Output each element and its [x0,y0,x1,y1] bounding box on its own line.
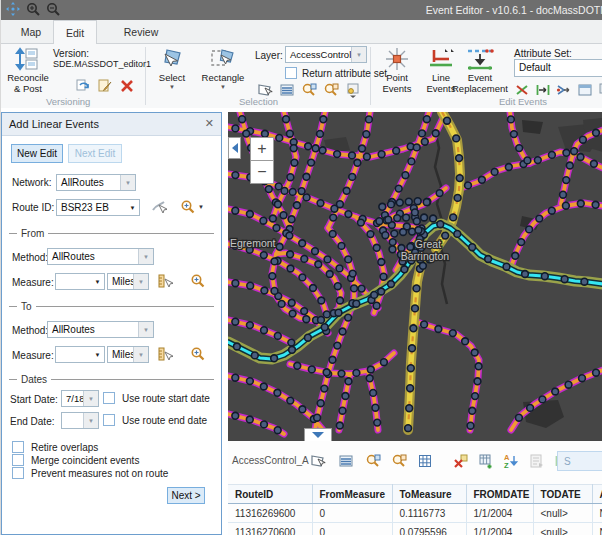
use-route-start-date-checkbox[interactable] [103,392,115,404]
version-value: SDE.MASSDOT_editor1 [53,59,151,69]
start-date-label: Start Date: [10,394,58,405]
table-row[interactable]: 1131627060000.07955961/1/2004<null>No [228,523,602,535]
merge-coincident-events-label: Merge coincident events [31,455,139,466]
selection-options-icon[interactable] [345,82,361,98]
return-attribute-set-checkbox[interactable] [285,67,297,79]
zoom-to-selection-icon[interactable] [301,82,317,98]
use-route-end-date-checkbox[interactable] [103,414,115,426]
reconcile-post-icon [15,46,41,72]
next-edit-button[interactable]: Next Edit [68,144,122,163]
pan-to-selected-icon[interactable] [391,453,407,469]
to-measure-label: Measure: [12,350,54,361]
point-events-button[interactable]: Point Events [377,46,417,94]
tab-review[interactable]: Review [113,20,169,44]
event-editor-window: Event Editor - v10.6.1 - docMassDOTM Map… [0,0,602,535]
chevron-down-icon: ▼ [91,347,104,362]
zoom-in-icon[interactable] [26,2,40,16]
return-attribute-set-label: Return attribute set [302,68,387,79]
map-view[interactable]: Egremont Great Barrington + − [228,112,602,441]
pan-to-selection-icon[interactable] [323,82,339,98]
column-header[interactable]: FROMDATE [466,485,533,504]
select-icon [159,46,185,72]
table-cell: 0.1116773 [392,504,466,523]
pan-icon[interactable] [6,2,20,16]
select-by-shape-icon[interactable] [310,453,326,469]
to-method-dropdown[interactable]: AllRoutes ▼ [47,321,154,338]
attribute-table-panel: AccessControl_A [228,441,602,535]
select-button[interactable]: Select ▼ [151,46,193,91]
tab-map[interactable]: Map [9,20,53,44]
sort-icon[interactable]: A Z [503,453,519,469]
column-header[interactable]: ToMeasure [392,485,466,504]
from-unit-dropdown[interactable]: Miles ▼ [107,273,149,290]
zoom-to-measure-icon[interactable] [190,273,206,289]
show-window-icon[interactable] [577,82,593,98]
start-date-input[interactable]: 7/18/ ▼ [61,390,99,407]
attribute-table: RouteIDFromMeasureToMeasureFROMDATETODAT… [228,484,602,535]
merge-coincident-events-checkbox[interactable] [12,454,24,466]
zoom-to-selected-icon[interactable] [365,453,381,469]
end-date-input[interactable]: ▼ [61,412,99,429]
column-header[interactable]: AC [592,485,602,504]
collapse-panel-button[interactable] [228,137,241,159]
attribute-list-icon[interactable] [279,82,295,98]
close-icon[interactable]: ✕ [205,117,214,130]
chevron-down-icon: ▼ [169,84,175,91]
next-button[interactable]: Next > [167,487,205,504]
column-header[interactable]: FromMeasure [312,485,392,504]
table-cell: No [592,523,602,535]
clear-selection-icon[interactable] [453,453,469,469]
group-divider [145,47,146,105]
end-date-label: End Date: [10,416,54,427]
truncated-toolbar-button[interactable]: S [557,451,602,471]
pick-measure-on-map-icon[interactable] [157,346,173,362]
from-method-dropdown[interactable]: AllRoutes ▼ [47,248,154,265]
zoom-out-icon[interactable] [46,2,60,16]
event-replacement-button[interactable]: Event Replacement [449,46,511,94]
map-zoom-in-button[interactable]: + [250,137,274,161]
delete-version-icon[interactable] [119,78,135,94]
from-measure-combo[interactable]: ▼ [55,273,105,290]
dates-group-header: Dates [9,374,214,385]
chevron-down-icon: ▼ [138,322,153,337]
tab-edit[interactable]: Edit [53,20,97,45]
add-record-icon[interactable] [478,453,494,469]
table-properties-icon[interactable] [529,453,545,469]
barrington-label: Barrington [401,250,450,262]
table-cell: <null> [533,504,592,523]
branch-routes-icon[interactable] [556,82,572,98]
zoom-to-measure-icon[interactable] [190,346,206,362]
select-route-on-map-icon[interactable] [151,199,167,215]
column-header[interactable]: TODATE [533,485,592,504]
prevent-measures-checkbox[interactable] [12,467,24,479]
layer-label: Layer: [255,50,283,61]
to-unit-dropdown[interactable]: Miles ▼ [107,346,149,363]
layer-dropdown[interactable]: AccessControl_A ▼ [285,46,367,63]
column-header[interactable]: RouteID [228,485,312,504]
chevron-down-icon: ▼ [138,249,153,264]
to-measure-combo[interactable]: ▼ [55,346,105,363]
route-id-combo[interactable]: BSR23 EB ▼ [56,199,140,216]
refresh-version-icon[interactable] [75,78,91,94]
attribute-set-dropdown[interactable]: Default [514,59,602,77]
network-dropdown[interactable]: AllRoutes ▼ [56,174,136,191]
show-selected-records-icon[interactable] [338,453,354,469]
table-row[interactable]: 1131626960000.11167731/1/2004<null>No [228,504,602,523]
retire-overlaps-checkbox[interactable] [12,441,24,453]
reconcile-post-button[interactable]: Reconcile & Post [4,46,52,94]
pick-measure-on-map-icon[interactable] [157,273,173,289]
chevron-down-icon[interactable]: ▼ [198,204,204,210]
new-version-icon[interactable] [97,78,113,94]
table-cell: 11316269600 [228,504,312,523]
ribbon-tabs: Map Edit Review [1,20,602,44]
to-method-label: Method: [12,325,48,336]
from-measure-label: Measure: [12,277,54,288]
collapse-table-button[interactable] [304,428,332,441]
to-group-header: To [9,301,214,312]
copy-events-icon[interactable] [598,82,602,98]
field-calculator-icon[interactable] [417,453,433,469]
rectangle-select-button[interactable]: Rectangle ▼ [197,46,249,91]
map-zoom-out-button[interactable]: − [250,160,274,184]
new-edit-button[interactable]: New Edit [11,144,63,163]
zoom-to-route-icon[interactable] [180,199,196,215]
